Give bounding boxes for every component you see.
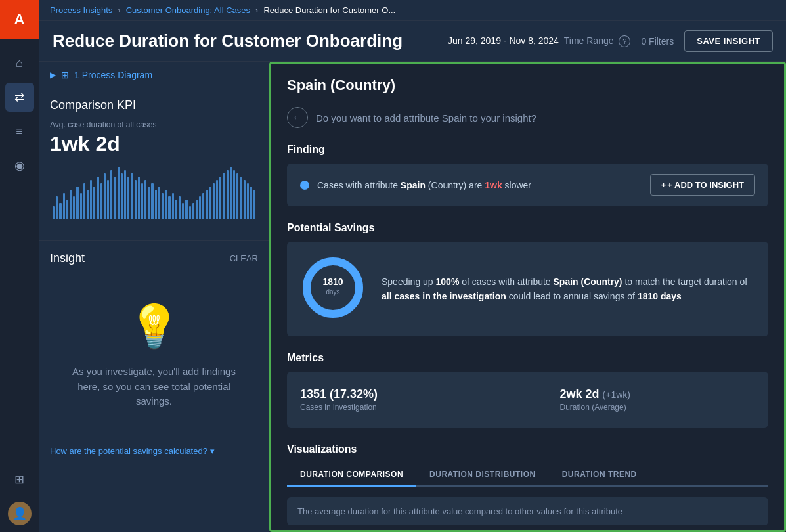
- bar-chart-bar: [70, 190, 72, 219]
- bar-chart-bar: [165, 190, 167, 219]
- bar-chart-bar: [144, 180, 146, 219]
- header-right: Jun 29, 2019 - Nov 8, 2024 Time Range ? …: [448, 30, 773, 52]
- bar-chart-bar: [80, 193, 82, 219]
- left-panel: ▶ ⊞ 1 Process Diagram Comparison KPI Avg…: [39, 62, 269, 532]
- bar-chart-bar: [236, 173, 238, 219]
- bar-chart-bar: [196, 200, 198, 219]
- breadcrumb: Process Insights › Customer Onboarding: …: [39, 0, 786, 21]
- viz-section-title: Visualizations: [287, 443, 768, 455]
- finding-card: Cases with attribute Spain (Country) are…: [287, 164, 768, 206]
- bar-chart-bar: [192, 203, 194, 219]
- sidebar-item-apps[interactable]: ⊞: [5, 465, 34, 494]
- bar-chart-bar: [189, 206, 191, 219]
- bar-chart-bar: [185, 200, 187, 219]
- breadcrumb-customer-onboarding[interactable]: Customer Onboarding: All Cases: [126, 5, 250, 15]
- insight-empty: 💡 As you investigate, you'll add finding…: [50, 276, 258, 435]
- bar-chart-bar: [135, 180, 137, 219]
- finding-text: Cases with attribute Spain (Country) are…: [317, 180, 531, 190]
- viz-description: The average duration for this attribute …: [287, 497, 768, 525]
- bar-chart-bar: [63, 193, 65, 219]
- bar-chart-bar: [168, 196, 170, 219]
- sidebar-bottom: ⊞ 👤: [5, 462, 34, 532]
- bar-chart-bar: [56, 196, 58, 219]
- add-to-insight-button[interactable]: + + ADD TO INSIGHT: [650, 174, 755, 196]
- lightbulb-icon: 💡: [128, 302, 181, 351]
- insight-empty-text: As you investigate, you'll add findings …: [63, 365, 245, 409]
- bar-chart-bar: [253, 190, 255, 219]
- tab-duration-comparison[interactable]: DURATION COMPARISON: [287, 463, 416, 487]
- metrics-card: 1351 (17.32%) Cases in investigation 2wk…: [287, 372, 768, 428]
- bar-chart-bar: [206, 190, 207, 219]
- savings-card: 1810 days Speeding up 100% of cases with…: [287, 242, 768, 336]
- bar-chart-bar: [127, 177, 129, 219]
- bar-chart-bar: [138, 177, 140, 219]
- bar-chart-bar: [59, 203, 61, 219]
- process-diagram-header[interactable]: ▶ ⊞ 1 Process Diagram: [39, 62, 269, 88]
- bar-chart-bar: [104, 173, 106, 219]
- bar-chart-bar: [227, 170, 229, 219]
- bar-chart-bar: [141, 183, 143, 219]
- sidebar: A ⌂ ⇄ ≡ ◉ ⊞ 👤: [0, 0, 39, 532]
- bar-chart-bar: [240, 177, 242, 219]
- bar-chart-bar: [114, 177, 116, 219]
- bar-chart-bar: [73, 196, 75, 219]
- bar-chart-bar: [66, 200, 68, 219]
- sidebar-item-process-insights[interactable]: ⇄: [5, 83, 34, 112]
- bar-chart-bar: [158, 187, 160, 219]
- bar-chart-bar: [155, 190, 157, 219]
- bar-chart-bar: [87, 190, 89, 219]
- avg-value: 1wk 2d: [50, 132, 258, 156]
- bar-chart-bar: [151, 183, 153, 219]
- process-diagram-label: 1 Process Diagram: [74, 70, 152, 80]
- bar-chart-bar: [223, 173, 225, 219]
- process-diagram-icon: ⊞: [61, 70, 69, 80]
- bar-chart-bar: [219, 177, 221, 219]
- back-button[interactable]: ←: [287, 107, 308, 128]
- bar-chart-bar: [90, 180, 92, 219]
- finding-section-title: Finding: [287, 144, 768, 156]
- bar-chart-bar: [250, 187, 252, 219]
- metric-cases: 1351 (17.32%) Cases in investigation: [300, 385, 528, 414]
- app-logo[interactable]: A: [0, 0, 39, 39]
- filters-badge[interactable]: 0 Filters: [641, 36, 674, 47]
- right-panel: Spain (Country) ← Do you want to add att…: [269, 62, 786, 532]
- metric-duration-delta: (+1wk): [603, 389, 630, 400]
- tab-duration-trend[interactable]: DURATION TREND: [549, 463, 650, 487]
- avg-label: Avg. case duration of all cases: [50, 120, 258, 129]
- potential-savings-link[interactable]: How are the potential savings calculated…: [50, 446, 258, 456]
- bar-chart-bar: [247, 183, 249, 219]
- bar-chart-bar: [110, 170, 112, 219]
- bar-chart-bar: [93, 187, 95, 219]
- bar-chart-bar: [244, 180, 246, 219]
- bar-chart-bar: [131, 173, 133, 219]
- sidebar-item-data[interactable]: ≡: [5, 117, 34, 146]
- page-title: Reduce Duration for Customer Onboarding: [53, 31, 403, 51]
- content-area: ▶ ⊞ 1 Process Diagram Comparison KPI Avg…: [39, 62, 786, 532]
- savings-text: Speeding up 100% of cases with attribute…: [382, 275, 755, 304]
- bar-chart-bar: [148, 187, 150, 219]
- back-question-text: Do you want to add attribute Spain to yo…: [316, 112, 536, 123]
- bar-chart: [50, 167, 258, 219]
- bar-chart-bar: [213, 183, 215, 219]
- bar-chart-bar: [97, 177, 98, 219]
- sidebar-item-home[interactable]: ⌂: [5, 49, 34, 78]
- clear-button[interactable]: CLEAR: [230, 254, 258, 263]
- insight-header: Insight CLEAR: [50, 252, 258, 265]
- time-range-help-icon[interactable]: ?: [619, 35, 630, 47]
- blue-dot-icon: [300, 181, 309, 190]
- bar-chart-bar: [162, 193, 164, 219]
- spain-panel-title: Spain (Country): [287, 77, 768, 94]
- bar-chart-bar: [182, 203, 184, 219]
- bar-chart-bar: [121, 173, 123, 219]
- svg-text:1810: 1810: [322, 277, 343, 287]
- svg-text:days: days: [326, 288, 339, 296]
- avatar[interactable]: 👤: [8, 502, 32, 525]
- bar-chart-bar: [209, 187, 211, 219]
- breadcrumb-process-insights[interactable]: Process Insights: [50, 5, 112, 15]
- tab-duration-distribution[interactable]: DURATION DISTRIBUTION: [416, 463, 549, 487]
- viz-tabs: DURATION COMPARISON DURATION DISTRIBUTIO…: [287, 463, 768, 487]
- bar-chart-bar: [230, 167, 232, 219]
- page-header: Reduce Duration for Customer Onboarding …: [39, 21, 786, 62]
- sidebar-item-shield[interactable]: ◉: [5, 151, 34, 180]
- save-insight-button[interactable]: SAVE INSIGHT: [684, 30, 773, 52]
